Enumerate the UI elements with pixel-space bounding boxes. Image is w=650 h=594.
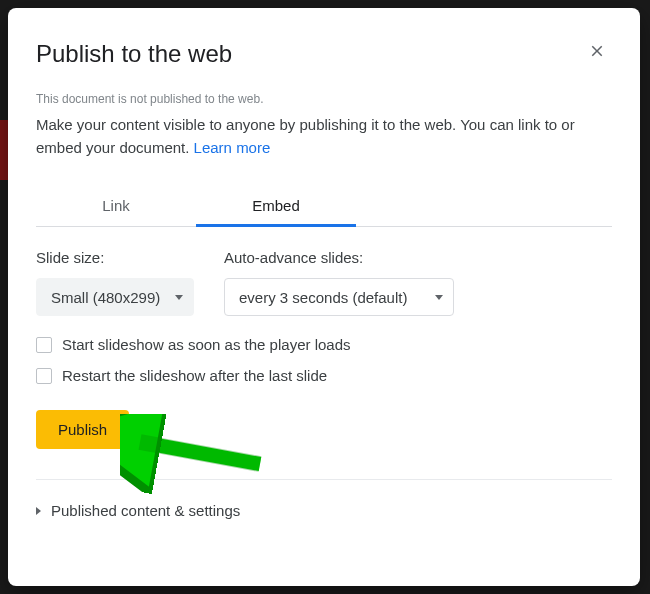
auto-advance-dropdown[interactable]: every 3 seconds (default) [224,278,454,316]
published-content-expander[interactable]: Published content & settings [36,498,612,523]
chevron-right-icon [36,507,41,515]
slide-size-dropdown[interactable]: Small (480x299) [36,278,194,316]
chevron-down-icon [175,295,183,300]
auto-advance-label: Auto-advance slides: [224,249,454,266]
tab-link[interactable]: Link [36,187,196,227]
learn-more-link[interactable]: Learn more [194,139,271,156]
tabs: Link Embed [36,187,612,227]
restart-slideshow-label: Restart the slideshow after the last sli… [62,367,327,384]
publish-dialog: Publish to the web This document is not … [8,8,640,586]
publish-status: This document is not published to the we… [36,92,612,106]
start-slideshow-checkbox[interactable] [36,337,52,353]
chevron-down-icon [435,295,443,300]
auto-advance-value: every 3 seconds (default) [239,289,407,306]
restart-slideshow-checkbox[interactable] [36,368,52,384]
start-slideshow-label: Start slideshow as soon as the player lo… [62,336,351,353]
slide-size-label: Slide size: [36,249,194,266]
tab-embed[interactable]: Embed [196,187,356,227]
slide-size-value: Small (480x299) [51,289,160,306]
dialog-description: Make your content visible to anyone by p… [36,114,612,159]
embed-panel: Slide size: Small (480x299) Auto-advance… [36,227,612,523]
divider [36,479,612,480]
close-icon [588,42,606,60]
dialog-title: Publish to the web [36,40,232,68]
expander-label: Published content & settings [51,502,240,519]
publish-button[interactable]: Publish [36,410,129,449]
close-button[interactable] [582,36,612,66]
